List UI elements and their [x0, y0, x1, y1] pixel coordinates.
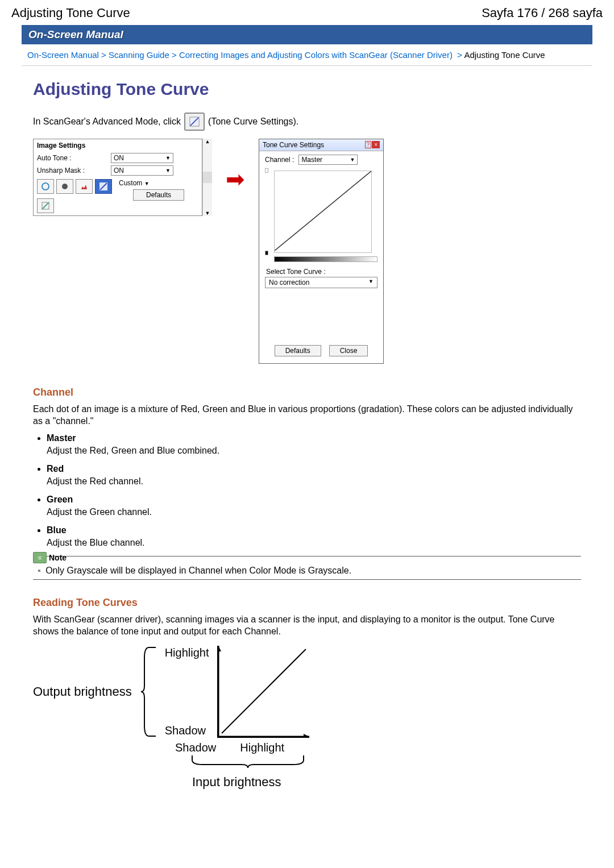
note-content: Only Grayscale will be displayed in Chan…	[33, 564, 581, 579]
intro-line: In ScanGear's Advanced Mode, click (Tone…	[33, 113, 592, 131]
brightness-icon[interactable]	[56, 179, 73, 194]
mode-dropdown[interactable]: Custom ▼	[119, 179, 181, 187]
page-header: Adjusting Tone Curve Sayfa 176 / 268 say…	[0, 0, 614, 25]
breadcrumb-sep: >	[172, 50, 177, 60]
image-settings-title: Image Settings	[34, 139, 202, 152]
setting-row: Unsharp Mask : ON ▼	[34, 164, 202, 177]
svg-line-11	[222, 649, 306, 733]
breadcrumb-link[interactable]: Scanning Guide	[109, 50, 169, 60]
y-axis-label: Output brightness	[33, 684, 132, 699]
manual-bar: On-Screen Manual	[22, 25, 592, 44]
final-review-icon[interactable]	[37, 198, 54, 213]
channel-heading: Channel	[33, 387, 592, 398]
chevron-down-icon: ▼	[368, 279, 374, 286]
tcs-title: Tone Curve Settings	[263, 141, 324, 149]
list-item: Blue Adjust the Blue channel.	[47, 525, 581, 548]
breadcrumb-sep: >	[101, 50, 106, 60]
tone-curve-settings-panel: Tone Curve Settings ? × Channel : Master…	[259, 139, 384, 364]
list-item: Red Adjust the Red channel.	[47, 464, 581, 487]
scrollbar[interactable]: ▲ ▼	[202, 139, 212, 216]
channel-label: Channel :	[265, 156, 294, 164]
tool-icon-row	[34, 177, 115, 196]
tone-curve-icon	[184, 113, 205, 131]
note-label: Note	[49, 553, 67, 562]
breadcrumb: On-Screen Manual > Scanning Guide > Corr…	[22, 44, 592, 66]
image-settings-panel: Image Settings Auto Tone : ON ▼ Unsharp …	[33, 139, 202, 216]
item-title: Blue	[47, 525, 581, 535]
chevron-down-icon: ▼	[144, 181, 150, 186]
chevron-down-icon: ▼	[165, 155, 171, 161]
defaults-button[interactable]: Defaults	[275, 345, 321, 356]
select-tone-curve-dropdown[interactable]: No correction ▼	[265, 277, 377, 288]
select-tone-curve-label: Select Tone Curve :	[259, 262, 383, 277]
breadcrumb-current: Adjusting Tone Curve	[464, 50, 545, 60]
gradient-top	[265, 168, 268, 173]
y-bracket-icon	[140, 646, 157, 737]
histogram-icon[interactable]	[76, 179, 93, 194]
tcs-titlebar: Tone Curve Settings ? ×	[259, 139, 383, 151]
channel-list: Master Adjust the Red, Green and Blue co…	[47, 433, 581, 548]
page-title: Adjusting Tone Curve	[33, 80, 592, 99]
item-desc: Adjust the Red channel.	[47, 476, 581, 487]
curve-graph[interactable]	[274, 171, 372, 253]
item-desc: Adjust the Blue channel.	[47, 538, 581, 548]
svg-marker-10	[304, 734, 309, 737]
svg-point-1	[42, 183, 49, 190]
channel-intro: Each dot of an image is a mixture of Red…	[33, 403, 581, 427]
header-title: Adjusting Tone Curve	[11, 6, 130, 20]
intro-after: (Tone Curve Settings).	[208, 117, 298, 127]
tone-curve-tool-icon[interactable]	[95, 179, 112, 194]
gradient-horizontal	[274, 256, 377, 262]
scroll-up-icon[interactable]: ▲	[203, 139, 212, 144]
item-desc: Adjust the Red, Green and Blue combined.	[47, 446, 581, 456]
x-bracket-icon	[191, 754, 305, 769]
intro-before: In ScanGear's Advanced Mode, click	[33, 117, 181, 127]
breadcrumb-link[interactable]: Correcting Images and Adjusting Colors w…	[179, 50, 453, 60]
close-icon[interactable]: ×	[372, 141, 380, 148]
page-number: Sayfa 176 / 268 sayfa	[482, 6, 603, 20]
curve-diagram-box	[217, 646, 309, 738]
scroll-thumb[interactable]	[203, 172, 212, 183]
mockup-area: Image Settings Auto Tone : ON ▼ Unsharp …	[33, 139, 592, 364]
defaults-button[interactable]: Defaults	[133, 189, 184, 201]
tone-curve-diagram: Output brightness Highlight Shadow	[33, 646, 592, 790]
x-highlight-label: Highlight	[240, 741, 284, 754]
x-axis-label: Input brightness	[192, 775, 281, 790]
chevron-down-icon: ▼	[350, 157, 355, 163]
list-item: Green Adjust the Green channel.	[47, 495, 581, 517]
y-shadow-label: Shadow	[165, 724, 209, 737]
close-button[interactable]: Close	[329, 345, 368, 356]
item-title: Master	[47, 433, 581, 443]
reading-text: With ScanGear (scanner driver), scanning…	[33, 613, 581, 638]
gradient-bottom	[265, 251, 268, 255]
saturation-icon[interactable]	[37, 179, 54, 194]
svg-point-2	[62, 184, 68, 189]
auto-tone-dropdown[interactable]: ON ▼	[111, 153, 173, 163]
item-title: Green	[47, 495, 581, 505]
setting-label: Auto Tone :	[37, 154, 111, 162]
reading-heading: Reading Tone Curves	[33, 597, 592, 609]
item-desc: Adjust the Green channel.	[47, 507, 581, 517]
unsharp-mask-dropdown[interactable]: ON ▼	[111, 165, 173, 176]
scroll-down-icon[interactable]: ▼	[203, 210, 212, 216]
y-highlight-label: Highlight	[165, 646, 209, 659]
breadcrumb-sep: >	[457, 50, 462, 60]
list-item: Master Adjust the Red, Green and Blue co…	[47, 433, 581, 456]
setting-label: Unsharp Mask :	[37, 167, 111, 175]
help-icon[interactable]: ?	[365, 141, 372, 148]
channel-dropdown[interactable]: Master ▼	[298, 155, 358, 165]
note-icon: ≡	[33, 552, 47, 563]
x-shadow-label: Shadow	[175, 741, 216, 754]
arrow-right-icon: ➡	[226, 166, 245, 192]
setting-row: Auto Tone : ON ▼	[34, 152, 202, 164]
svg-marker-9	[218, 646, 221, 651]
note-box: ≡ Note Only Grayscale will be displayed …	[33, 556, 581, 580]
chevron-down-icon: ▼	[165, 168, 171, 173]
breadcrumb-link[interactable]: On-Screen Manual	[27, 50, 99, 60]
item-title: Red	[47, 464, 581, 474]
